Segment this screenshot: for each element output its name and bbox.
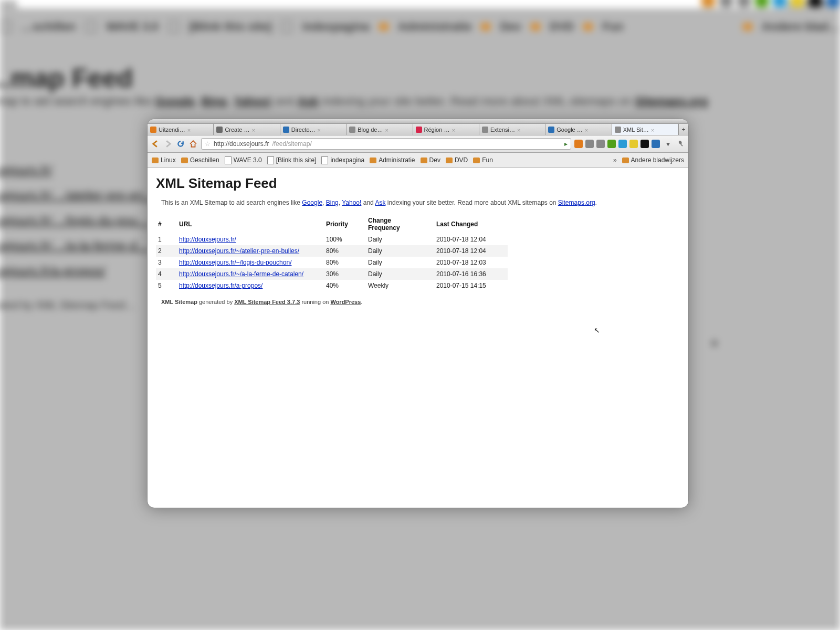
tab-label: Blog de… xyxy=(358,127,383,133)
extension-icon[interactable] xyxy=(607,140,616,148)
extension-icon[interactable] xyxy=(585,140,594,148)
tab-close-icon[interactable] xyxy=(318,127,322,132)
address-bar[interactable]: ☆ http://douxsejours.fr/feed/sitemap/ ▸ xyxy=(201,138,571,150)
bookmark-label: DVD xyxy=(455,156,468,164)
extension-icon[interactable] xyxy=(640,140,649,148)
link-bing[interactable]: Bing xyxy=(326,199,339,206)
bookmark-item[interactable]: Dev xyxy=(421,156,440,164)
cell-frequency: Daily xyxy=(366,234,434,245)
cell-priority: 30% xyxy=(324,268,366,280)
tab-close-icon[interactable] xyxy=(452,127,456,132)
tab-label: XML Sit… xyxy=(623,127,649,133)
bookmark-item[interactable]: DVD xyxy=(446,156,468,164)
bookmark-item[interactable]: Fun xyxy=(473,156,493,164)
cell-frequency: Weekly xyxy=(366,280,434,291)
tab[interactable]: Blog de… xyxy=(346,124,413,135)
folder-icon xyxy=(370,158,376,163)
sitemap-url-link[interactable]: http://douxsejours.fr/ xyxy=(179,236,236,243)
tab-favicon-icon xyxy=(548,127,554,133)
tab-close-icon[interactable] xyxy=(585,127,590,132)
bookmark-item[interactable]: Linux xyxy=(152,156,176,164)
tab-close-icon[interactable] xyxy=(517,127,522,132)
sitemap-url-link[interactable]: http://douxsejours.fr/~/logis-du-pouchon… xyxy=(179,259,291,266)
window-titlebar[interactable] xyxy=(148,119,688,124)
back-button[interactable] xyxy=(151,139,160,149)
bookmark-label: Andere bladwijzers xyxy=(631,156,684,164)
tab-favicon-icon xyxy=(615,127,621,133)
bookmark-item[interactable]: [Blink this site] xyxy=(267,156,317,164)
bg-heading: …map Feed xyxy=(0,63,133,93)
url-path: /feed/sitemap/ xyxy=(272,140,311,148)
bookmark-item[interactable]: Geschillen xyxy=(181,156,219,164)
folder-icon xyxy=(421,158,427,163)
tab-favicon-icon xyxy=(150,127,156,133)
table-row: 3http://douxsejours.fr/~/logis-du-poucho… xyxy=(156,257,508,268)
sitemap-url-link[interactable]: http://douxsejours.fr/a-propos/ xyxy=(179,282,262,289)
cell-priority: 80% xyxy=(324,257,366,268)
go-button-icon[interactable]: ▸ xyxy=(564,140,568,148)
bookmark-label: Dev xyxy=(429,156,440,164)
bookmark-item[interactable]: Andere bladwijzers xyxy=(622,156,684,164)
sitemap-table: # URL Priority Change Frequency Last Cha… xyxy=(156,215,508,291)
folder-icon xyxy=(473,158,480,163)
link-sitemaps-org[interactable]: Sitemaps.org xyxy=(558,199,595,206)
link-ask[interactable]: Ask xyxy=(375,199,385,206)
tab[interactable]: Uitzendi… xyxy=(148,124,214,135)
tab-label: Directo… xyxy=(291,127,316,133)
bg-description: …map to aid search engines like Google, … xyxy=(0,94,766,108)
bookmark-label: Linux xyxy=(161,156,176,164)
new-tab-button[interactable] xyxy=(678,124,688,135)
tab-favicon-icon xyxy=(283,127,289,133)
tab-close-icon[interactable] xyxy=(251,127,256,132)
tab-close-icon[interactable] xyxy=(385,127,390,132)
generator-footer: XML Sitemap generated by XML Sitemap Fee… xyxy=(161,299,680,305)
cell-url: http://douxsejours.fr/a-propos/ xyxy=(177,280,324,291)
link-wordpress[interactable]: WordPress xyxy=(330,299,361,305)
tab[interactable]: Create … xyxy=(214,124,280,135)
table-header-row: # URL Priority Change Frequency Last Cha… xyxy=(156,215,508,234)
page-icon xyxy=(267,156,274,164)
bg-generated-by: …rated by XML Sitemap Feed… xyxy=(0,299,135,311)
bookmark-item[interactable]: WAVE 3.0 xyxy=(225,156,262,164)
bg-toolbar-icons xyxy=(701,0,840,8)
cell-priority: 80% xyxy=(324,245,366,257)
tab[interactable]: XML Sit… xyxy=(612,124,678,135)
link-yahoo[interactable]: Yahoo! xyxy=(342,199,361,206)
wrench-menu-button[interactable] xyxy=(676,139,685,149)
col-freq: Change Frequency xyxy=(366,215,434,234)
cell-frequency: Daily xyxy=(366,245,434,257)
sitemap-url-link[interactable]: http://douxsejours.fr/~/atelier-pre-en-b… xyxy=(179,247,299,255)
extension-icon[interactable] xyxy=(574,140,583,148)
sitemap-url-link[interactable]: http://douxsejours.fr/~/a-la-ferme-de-ca… xyxy=(179,270,303,278)
bookmark-item[interactable]: Administratie xyxy=(370,156,415,164)
tab-favicon-icon xyxy=(216,127,223,133)
tab[interactable]: Extensi… xyxy=(479,124,545,135)
page-menu-button[interactable]: ▾ xyxy=(663,139,673,149)
bookmarks-overflow-icon[interactable]: » xyxy=(613,156,617,164)
extension-icon[interactable] xyxy=(629,140,638,148)
home-button[interactable] xyxy=(188,139,198,149)
tab-close-icon[interactable] xyxy=(187,127,192,132)
bookmark-item[interactable]: indexpagina xyxy=(321,156,364,164)
tab[interactable]: Google … xyxy=(545,124,612,135)
cell-url: http://douxsejours.fr/ xyxy=(177,234,324,245)
bookmark-star-icon[interactable]: ☆ xyxy=(205,140,211,148)
link-google[interactable]: Google xyxy=(302,199,322,206)
tab[interactable]: Région … xyxy=(413,124,479,135)
tab-close-icon[interactable] xyxy=(651,127,656,132)
tab-label: Extensi… xyxy=(490,127,515,133)
bookmarks-bar: LinuxGeschillenWAVE 3.0[Blink this site]… xyxy=(148,153,688,168)
page-title: XML Sitemap Feed xyxy=(156,175,680,192)
tab-favicon-icon xyxy=(416,127,422,133)
cell-priority: 40% xyxy=(324,280,366,291)
extension-icon[interactable] xyxy=(596,140,605,148)
folder-icon xyxy=(181,158,188,163)
reload-button[interactable] xyxy=(176,139,185,149)
extension-icon[interactable] xyxy=(618,140,627,148)
tab-label: Create … xyxy=(225,127,249,133)
forward-button[interactable] xyxy=(163,139,173,149)
extension-icon[interactable] xyxy=(652,140,660,148)
link-plugin[interactable]: XML Sitemap Feed 3.7.3 xyxy=(234,299,300,305)
folder-icon xyxy=(446,158,453,163)
tab[interactable]: Directo… xyxy=(280,124,346,135)
